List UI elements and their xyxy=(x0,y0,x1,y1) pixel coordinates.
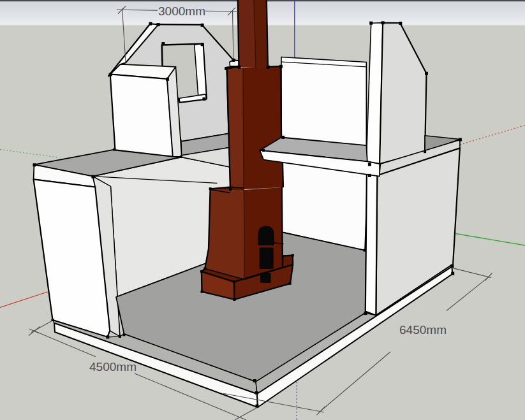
svg-text:6450mm: 6450mm xyxy=(399,323,447,337)
svg-text:4500mm: 4500mm xyxy=(89,360,137,373)
svg-text:3000mm: 3000mm xyxy=(158,4,205,18)
